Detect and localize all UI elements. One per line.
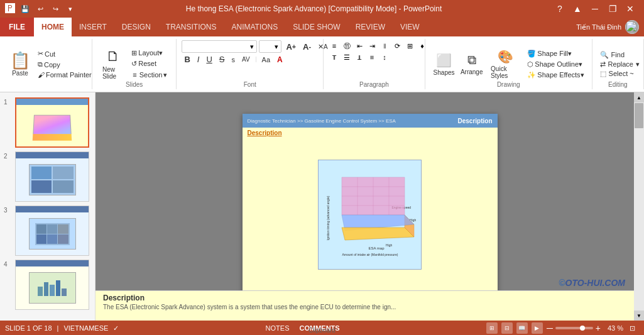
italic-button[interactable]: I [195,54,202,65]
layout-button[interactable]: ⊞ Layout ▾ [129,48,171,58]
shadow-button[interactable]: s [229,55,237,64]
esa-3d-chart: Ignition timing (advanced angle) Amount … [323,171,417,259]
tab-transitions[interactable]: TRANSITIONS [158,18,224,36]
tab-slideshow[interactable]: SLIDE SHOW [285,18,347,36]
undo-button[interactable]: ↩ [34,3,46,15]
vertical-scrollbar: ▲ ▼ [634,92,644,321]
close-button[interactable]: ✕ [621,0,639,18]
zoom-bar[interactable] [555,327,593,329]
underline-button[interactable]: U [204,54,214,65]
numbering-button[interactable]: ⑪ [341,40,352,52]
section-dropdown-icon: ▾ [163,71,167,79]
slide-thumbnail-3[interactable] [15,206,89,256]
format-painter-icon: 🖌 [38,71,45,79]
justify-button[interactable]: ≡ [366,52,378,63]
slide-thumb-4[interactable]: 4 [4,260,91,310]
svg-text:Amount of intake air (Manifold: Amount of intake air (Manifold pressure) [342,253,398,256]
change-case-button[interactable]: Aa [259,55,273,64]
reset-button[interactable]: ↺ Reset [129,59,171,69]
strikethrough-button[interactable]: S [217,54,227,65]
zoom-thumb [580,326,585,331]
shape-outline-button[interactable]: ⬡ Shape Outline ▾ [525,60,586,69]
align-center-button[interactable]: ☰ [341,52,352,63]
svg-text:ESA map: ESA map [368,246,385,250]
font-size-selector[interactable]: ▾ [259,40,281,53]
slide-thumbnail-2[interactable] [15,151,89,202]
slide-thumbnail-1[interactable] [15,97,89,148]
scroll-thumb[interactable] [635,103,643,128]
line-spacing-button[interactable]: ↕ [379,52,390,63]
slide-thumbnail-4[interactable] [15,260,89,310]
minimize-button[interactable]: ─ [586,0,604,18]
quick-styles-button[interactable]: 🎨 Quick Styles [486,47,525,82]
help-button[interactable]: ? [551,0,569,18]
scroll-track [634,102,644,310]
align-right-button[interactable]: ⫫ [354,52,365,63]
tab-home[interactable]: HOME [34,18,72,36]
text-direction-button[interactable]: ⟳ [391,40,403,52]
align-text-button[interactable]: ⊞ [404,40,415,52]
shape-effects-button[interactable]: ✨ Shape Effects ▾ [525,70,586,80]
restore-button[interactable]: ❐ [604,0,621,18]
decrease-font-button[interactable]: A- [300,41,314,52]
font-name-row: ▾ ▾ A+ A- ✕A [182,40,330,53]
tab-design[interactable]: DESIGN [114,18,158,36]
tab-review[interactable]: REVIEW [348,18,393,36]
slide-thumb-2[interactable]: 2 [4,151,91,202]
select-icon: ⬚ [600,70,606,78]
slide-thumb-1[interactable]: 1 [4,97,91,148]
tab-animations[interactable]: ANIMATIONS [224,18,285,36]
slide-tab-active[interactable]: Description [248,129,282,136]
slide-canvas-area: ▲ ▼ Diagnostic Technician >> Gasoline En… [96,92,644,321]
increase-font-button[interactable]: A+ [283,41,298,52]
find-button[interactable]: 🔍 Find [598,50,627,60]
bullets-button[interactable]: ≡ [329,40,340,52]
char-spacing-button[interactable]: AV [239,55,253,63]
arrange-button[interactable]: ⧉ Arrange [456,50,488,78]
decrease-indent-button[interactable]: ⇤ [354,40,365,52]
powerpoint-icon: 🅿 [5,3,15,14]
layout-icon: ⊞ [131,49,137,57]
increase-indent-button[interactable]: ⇥ [366,40,378,52]
select-button[interactable]: ⬚ Select ~ [598,69,636,79]
shape-fill-icon: 🪣 [527,50,536,58]
cut-button[interactable]: ✂ Cut [35,49,94,58]
shapes-icon: ⬜ [436,53,452,68]
slide-tab-right[interactable]: Description [457,118,492,124]
font-group: ▾ ▾ A+ A- ✕A B I U S s AV Aa A [177,39,324,89]
paragraph-group: ≡ ⑪ ⇤ ⇥ ⫴ ⟳ ⊞ ♦ ⫪ ☰ ⫫ ≡ ↕ Paragraph [324,39,425,89]
slide-tab-row: Description [243,128,498,138]
ribbon-tab-bar: FILE HOME INSERT DESIGN TRANSITIONS ANIM… [0,18,644,36]
font-name-selector[interactable]: ▾ [182,40,257,53]
shape-fill-button[interactable]: 🪣 Shape Fill ▾ [525,49,586,58]
tab-insert[interactable]: INSERT [72,18,114,36]
section-button[interactable]: ≡ Section ▾ [129,70,171,80]
font-name-dropdown-icon: ▾ [250,43,254,51]
save-button[interactable]: 💾 [19,3,31,15]
copy-icon: ⧉ [38,60,43,69]
customize-quick-access-button[interactable]: ▾ [64,3,77,15]
user-avatar[interactable] [625,20,639,34]
copy-button[interactable]: ⧉ Copy [35,60,94,69]
new-slide-button[interactable]: 🗋 New Slide [97,46,129,82]
align-left-button[interactable]: ⫪ [329,52,340,63]
slide-thumb-3[interactable]: 3 [4,206,91,256]
tab-file[interactable]: FILE [0,18,34,36]
scroll-up-button[interactable]: ▲ [634,92,644,102]
ribbon: FILE HOME INSERT DESIGN TRANSITIONS ANIM… [0,18,644,92]
font-color-button[interactable]: A [275,55,285,65]
paste-button[interactable]: 📋 Paste [5,50,35,79]
scroll-down-button[interactable]: ▼ [634,310,644,321]
columns-button[interactable]: ⫴ [379,40,390,52]
slides-panel: 1 2 [0,92,96,321]
window-controls: ? ▲ ─ ❐ ✕ [551,0,639,18]
ribbon-content: 📋 Paste ✂ Cut ⧉ Copy 🖌 Format Painter [0,36,644,92]
tab-view[interactable]: VIEW [393,18,427,36]
format-painter-button[interactable]: 🖌 Format Painter [35,70,94,79]
arrange-icon: ⧉ [467,53,476,67]
bold-button[interactable]: B [182,54,192,65]
ribbon-collapse-button[interactable]: ▲ [569,0,586,18]
slide-canvas: Diagnostic Technician >> Gasoline Engine… [243,114,498,299]
redo-button[interactable]: ↪ [49,3,62,15]
replace-button[interactable]: ⇄ Replace ▾ [598,60,642,69]
